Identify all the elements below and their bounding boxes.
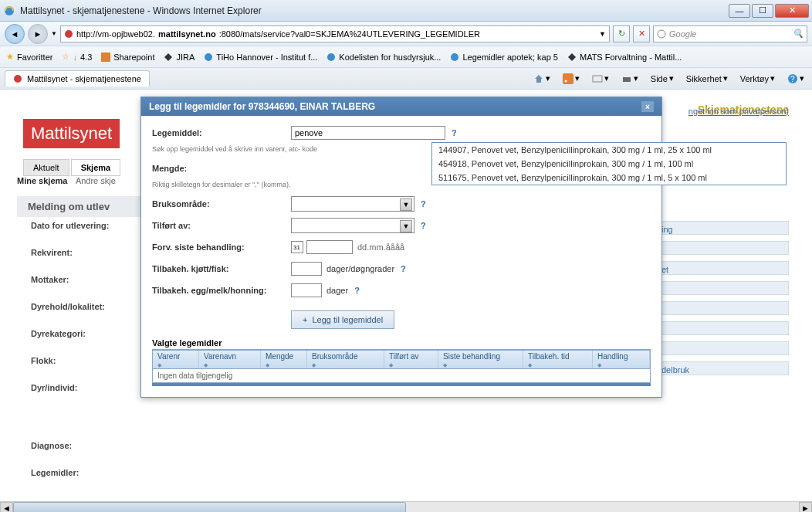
col-mengde[interactable]: Mengde xyxy=(261,351,307,368)
plus-icon: + xyxy=(303,315,307,324)
col-bruksomrade[interactable]: Bruksområde xyxy=(307,351,384,368)
ie-small-icon xyxy=(326,53,336,62)
star-icon: ★ xyxy=(6,52,14,62)
tab-skjema[interactable]: Skjema xyxy=(71,159,121,176)
favorites-button[interactable]: ★Favoritter xyxy=(6,52,52,62)
label-bruksomrade: Bruksområde: xyxy=(152,199,291,209)
autocomplete-option[interactable]: 454918, Penovet vet, Benzylpenicillinpro… xyxy=(432,157,786,171)
right-panel: ing et delbruk xyxy=(658,221,789,381)
favorites-bar: ★Favoritter ☆↓4.3 Sharepoint JIRA TiHo H… xyxy=(0,46,812,68)
col-varenr[interactable]: Varenr xyxy=(153,351,199,368)
dialog-header: Legg til legemidler for 978344690, EINAR… xyxy=(141,97,661,116)
autocomplete-option[interactable]: 144907, Penovet vet, Benzylpenicillinpro… xyxy=(432,143,786,157)
close-button[interactable]: ✕ xyxy=(775,4,809,18)
label-mottaker: Mottaker: xyxy=(31,275,109,284)
label-dato: Dato for utlevering: xyxy=(31,221,109,230)
fav-item-4[interactable]: Kodelisten for husdyrsjuk... xyxy=(326,53,441,62)
url-post: :8080/mats/service?val0=SKJEMA%24UTLEVER… xyxy=(219,29,480,39)
search-box[interactable]: Google 🔍 xyxy=(653,25,807,42)
brand-logo: Mattilsynet xyxy=(23,119,120,148)
scroll-right-arrow[interactable]: ► xyxy=(799,502,812,512)
dialog-title: Legg til legemidler for 978344690, EINAR… xyxy=(149,101,375,112)
maximize-button[interactable]: ☐ xyxy=(752,4,773,18)
grid-title: Valgte legemidler xyxy=(152,338,651,350)
fav-item-2[interactable]: JIRA xyxy=(164,53,195,62)
print-button[interactable]: ▾ xyxy=(618,72,641,86)
label-dyr: Dyr/individ: xyxy=(31,383,109,392)
subtab-mine[interactable]: Mine skjema xyxy=(17,176,67,185)
col-siste[interactable]: Siste behandling xyxy=(438,351,523,368)
label-legemiddel: Legemiddel: xyxy=(152,128,291,137)
right-item[interactable] xyxy=(658,341,789,355)
refresh-button[interactable]: ↻ xyxy=(613,25,630,42)
fav-item-3[interactable]: TiHo Hannover - Institut f... xyxy=(204,53,317,62)
scroll-thumb[interactable] xyxy=(13,502,406,512)
help-icon[interactable]: ? xyxy=(421,221,426,230)
svg-rect-3 xyxy=(101,53,110,62)
dropdown-arrow-icon[interactable]: ▼ xyxy=(51,30,57,37)
forward-button[interactable]: ► xyxy=(28,24,48,44)
ie-icon xyxy=(3,5,15,17)
feeds-button[interactable]: ▾ xyxy=(560,72,583,86)
col-varenavn[interactable]: Varenavn xyxy=(199,351,261,368)
window-title: Mattilsynet - skjematjenestene - Windows… xyxy=(20,5,729,16)
subtab-andre[interactable]: Andre skje xyxy=(76,176,116,185)
right-item[interactable] xyxy=(658,281,789,295)
login-link[interactable]: nget inn som privatperson) xyxy=(689,107,789,116)
legemiddel-input[interactable] xyxy=(291,126,445,140)
browser-tab[interactable]: Mattilsynet - skjematjenestene xyxy=(5,70,150,86)
label-flokk: Flokk: xyxy=(31,356,109,365)
help-icon[interactable]: ? xyxy=(421,199,426,209)
mail-button[interactable]: ▾ xyxy=(589,72,612,86)
address-dropdown-icon[interactable]: ▼ xyxy=(599,30,606,38)
right-item[interactable] xyxy=(658,301,789,315)
right-item[interactable] xyxy=(658,321,789,335)
page-menu[interactable]: Side ▾ xyxy=(648,72,677,85)
search-icon[interactable]: 🔍 xyxy=(793,29,804,39)
add-medicine-button[interactable]: +Legg til legemiddel xyxy=(291,310,394,329)
fav-item-6[interactable]: MATS Forvaltning - Mattil... xyxy=(567,53,682,62)
help-button[interactable]: ?▾ xyxy=(784,72,807,86)
right-item[interactable]: delbruk xyxy=(658,361,789,375)
stop-button[interactable]: ✕ xyxy=(633,25,650,42)
col-tilfort[interactable]: Tilført av xyxy=(384,351,438,368)
tab-aktuelt[interactable]: Aktuelt xyxy=(23,159,69,176)
col-tilbakeh[interactable]: Tilbakeh. tid xyxy=(523,351,593,368)
autocomplete-option[interactable]: 511675, Penovet vet, Benzylpenicillinpro… xyxy=(432,171,786,185)
calendar-icon[interactable] xyxy=(291,241,303,253)
scroll-left-arrow[interactable]: ◄ xyxy=(0,502,13,512)
svg-point-7 xyxy=(14,75,22,83)
label-tilfort: Tilført av: xyxy=(152,221,291,230)
right-item[interactable]: ing xyxy=(658,221,789,235)
tools-menu[interactable]: Verktøy ▾ xyxy=(737,72,778,85)
back-button[interactable]: ◄ xyxy=(5,24,25,44)
fav-item-0[interactable]: ☆↓4.3 xyxy=(62,52,92,62)
ie-small-icon xyxy=(204,53,213,62)
minimize-button[interactable]: — xyxy=(729,4,750,18)
right-item[interactable]: et xyxy=(658,261,789,275)
fav-item-1[interactable]: Sharepoint xyxy=(101,53,154,62)
label-dyrehold: Dyrehold/lokalitet: xyxy=(31,302,109,311)
safety-menu[interactable]: Sikkerhet ▾ xyxy=(683,72,731,85)
svg-point-1 xyxy=(65,30,73,38)
col-handling[interactable]: Handling xyxy=(593,351,650,368)
home-button[interactable]: ▾ xyxy=(530,72,553,86)
horizontal-scrollbar[interactable]: ◄ ► xyxy=(0,501,812,512)
forv-date-input[interactable] xyxy=(306,240,353,254)
tilbakeh-kjott-input[interactable] xyxy=(291,262,322,276)
bruksomrade-select[interactable] xyxy=(291,196,414,212)
help-icon[interactable]: ? xyxy=(401,264,406,273)
dialog-close-button[interactable]: × xyxy=(641,101,654,112)
grid-empty-message: Ingen data tilgjengelig xyxy=(152,369,651,383)
fav-item-5[interactable]: Legemidler apotek; kap 5 xyxy=(450,53,558,62)
tilbakeh-egg-input[interactable] xyxy=(291,283,322,297)
svg-rect-11 xyxy=(623,77,631,82)
help-icon[interactable]: ? xyxy=(452,128,457,137)
right-item[interactable] xyxy=(658,241,789,255)
grid-footer xyxy=(152,383,651,386)
svg-point-4 xyxy=(205,53,212,61)
address-bar[interactable]: http://vm-opjbweb02.mattilsynet.no:8080/… xyxy=(60,25,610,42)
tilfort-select[interactable] xyxy=(291,218,414,233)
search-placeholder: Google xyxy=(669,29,696,39)
help-icon[interactable]: ? xyxy=(354,286,360,295)
